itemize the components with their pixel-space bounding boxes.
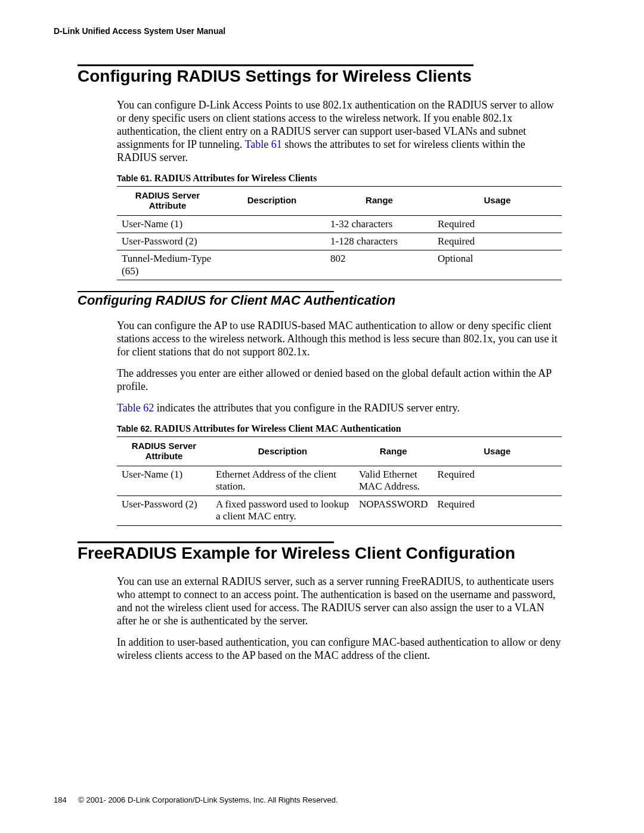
col-usage: Usage	[433, 186, 562, 215]
table-header-row: RADIUS Server Attribute Description Rang…	[117, 437, 562, 466]
table-row: User-Password (2) A fixed password used …	[117, 496, 562, 525]
table-header-row: RADIUS Server Attribute Description Rang…	[117, 186, 562, 215]
text-run: indicates the attributes that you config…	[154, 402, 460, 414]
cell-usage: Required	[433, 466, 562, 496]
cell-usage: Required	[433, 233, 562, 250]
caption-label: Table 61.	[117, 174, 154, 183]
table-row: User-Password (2) 1-128 characters Requi…	[117, 233, 562, 250]
copyright-text: © 2001- 2006 D-Link Corporation/D-Link S…	[78, 795, 338, 804]
cell-range: Valid Ethernet MAC Address.	[354, 466, 433, 496]
cell-attr: User-Password (2)	[117, 233, 218, 250]
cell-attr: Tunnel-Medium-Type (65)	[117, 250, 218, 280]
mac-auth-paragraph-2: The addresses you enter are either allow…	[117, 367, 562, 394]
cell-desc: A fixed password used to lookup a client…	[211, 496, 354, 525]
cell-desc	[218, 233, 326, 250]
table-61: RADIUS Server Attribute Description Rang…	[117, 186, 562, 281]
running-header: D-Link Unified Access System User Manual	[54, 26, 590, 36]
xref-table-62[interactable]: Table 62	[117, 402, 154, 414]
cell-usage: Optional	[433, 250, 562, 280]
page-content: Configuring RADIUS Settings for Wireless…	[78, 64, 562, 662]
manual-page: D-Link Unified Access System User Manual…	[0, 0, 644, 833]
intro-paragraph: You can configure D-Link Access Points t…	[117, 99, 562, 165]
section-heading-radius-settings: Configuring RADIUS Settings for Wireless…	[78, 67, 562, 86]
col-desc: Description	[218, 186, 326, 215]
col-range: Range	[326, 186, 433, 215]
caption-title: RADIUS Attributes for Wireless Clients	[154, 173, 317, 183]
col-range: Range	[354, 437, 433, 466]
cell-range: 1-32 characters	[326, 215, 433, 233]
caption-label: Table 62.	[117, 424, 154, 433]
page-footer: 184 © 2001- 2006 D-Link Corporation/D-Li…	[54, 795, 338, 804]
xref-table-61[interactable]: Table 61	[245, 138, 282, 150]
caption-title: RADIUS Attributes for Wireless Client MA…	[154, 423, 401, 433]
cell-attr: User-Name (1)	[117, 466, 211, 496]
freeradius-paragraph-2: In addition to user-based authentication…	[117, 636, 562, 662]
cell-range: 802	[326, 250, 433, 280]
cell-usage: Required	[433, 496, 562, 525]
section-heading-freeradius: FreeRADIUS Example for Wireless Client C…	[78, 544, 562, 563]
cell-desc	[218, 250, 326, 280]
table-row: User-Name (1) Ethernet Address of the cl…	[117, 466, 562, 496]
col-attr: RADIUS Server Attribute	[117, 186, 218, 215]
mac-auth-paragraph-3: Table 62 indicates the attributes that y…	[117, 402, 562, 415]
table-row: Tunnel-Medium-Type (65) 802 Optional	[117, 250, 562, 280]
freeradius-paragraph-1: You can use an external RADIUS server, s…	[117, 575, 562, 628]
heading-rule	[78, 541, 334, 543]
cell-attr: User-Password (2)	[117, 496, 211, 525]
page-number: 184	[54, 795, 67, 804]
table-62: RADIUS Server Attribute Description Rang…	[117, 436, 562, 526]
cell-usage: Required	[433, 215, 562, 233]
cell-range: 1-128 characters	[326, 233, 433, 250]
col-attr: RADIUS Server Attribute	[117, 437, 211, 466]
heading-rule	[78, 64, 473, 66]
table-62-caption: Table 62. RADIUS Attributes for Wireless…	[117, 423, 562, 434]
table-row: User-Name (1) 1-32 characters Required	[117, 215, 562, 233]
cell-range: NOPASSWORD	[354, 496, 433, 525]
mac-auth-paragraph-1: You can configure the AP to use RADIUS-b…	[117, 320, 562, 359]
col-desc: Description	[211, 437, 354, 466]
cell-desc: Ethernet Address of the client station.	[211, 466, 354, 496]
col-usage: Usage	[433, 437, 562, 466]
table-61-caption: Table 61. RADIUS Attributes for Wireless…	[117, 173, 562, 184]
section-heading-mac-auth: Configuring RADIUS for Client MAC Authen…	[78, 293, 562, 308]
cell-attr: User-Name (1)	[117, 215, 218, 233]
cell-desc	[218, 215, 326, 233]
subheading-rule	[78, 291, 334, 292]
